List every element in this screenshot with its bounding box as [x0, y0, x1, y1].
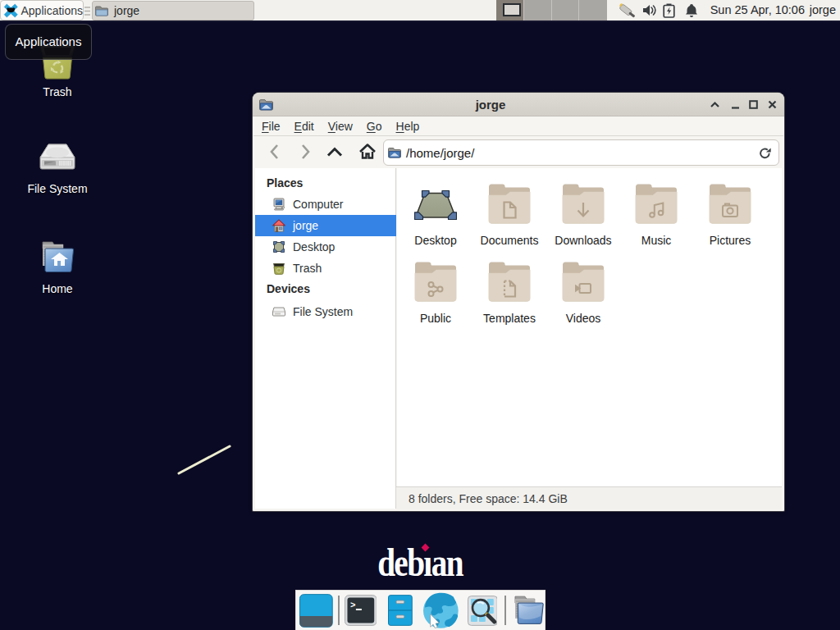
svg-text:>: >	[350, 600, 356, 610]
